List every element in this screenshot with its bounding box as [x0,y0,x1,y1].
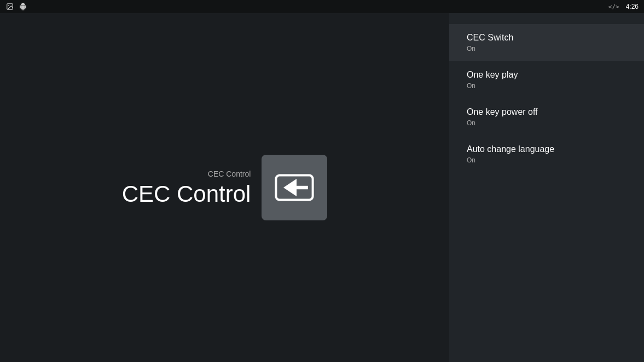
cec-switch-value: On [467,45,626,52]
one-key-power-off-label: One key power off [467,107,626,117]
clock: 4:26 [626,3,639,10]
one-key-play-label: One key play [467,70,626,80]
auto-change-language-label: Auto change language [467,144,626,154]
cec-subtitle: CEC Control [122,170,251,178]
right-panel: CEC Switch On One key play On One key po… [449,13,644,362]
menu-item-one-key-power-off[interactable]: One key power off On [449,98,644,136]
left-panel: CEC Control CEC Control [0,13,449,362]
status-bar-left [5,2,27,11]
menu-item-cec-switch[interactable]: CEC Switch On [449,24,644,61]
image-icon [5,2,14,11]
status-bar: </> 4:26 [0,0,644,13]
one-key-play-value: On [467,82,626,90]
menu-item-one-key-play[interactable]: One key play On [449,61,644,98]
one-key-power-off-value: On [467,119,626,127]
android-icon [19,2,27,11]
cec-switch-label: CEC Switch [467,33,626,43]
svg-point-1 [8,5,9,6]
cec-info: CEC Control CEC Control [122,170,251,206]
svg-rect-4 [296,186,308,189]
status-bar-right: </> 4:26 [608,3,639,10]
main-content: CEC Control CEC Control CEC Switch On [0,13,644,362]
auto-change-language-value: On [467,156,626,164]
cec-title: CEC Control [122,183,251,206]
cec-hero: CEC Control CEC Control [122,155,328,220]
cec-icon [262,155,327,220]
dev-code-icon: </> [608,3,619,10]
svg-marker-3 [283,179,297,196]
menu-item-auto-change-language[interactable]: Auto change language On [449,136,644,173]
